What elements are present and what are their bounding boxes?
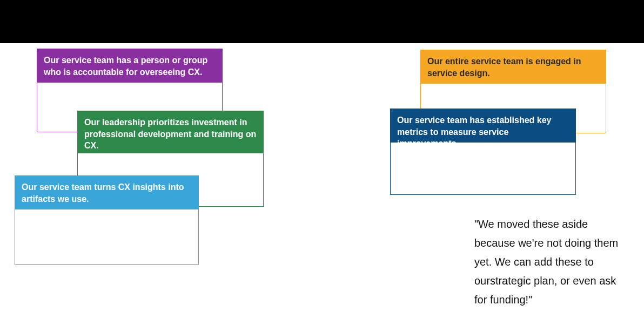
quote-text-span: "We moved these aside because we're not … bbox=[474, 218, 618, 306]
card-green-text: Our leadership prioritizes investment in… bbox=[84, 118, 256, 150]
card-orange-text: Our entire service team is engaged in se… bbox=[427, 57, 581, 78]
card-navy-text: Our service team has established key met… bbox=[397, 116, 551, 148]
quote-text: "We moved these aside because we're not … bbox=[474, 215, 631, 309]
card-lightblue[interactable]: Our service team turns CX insights into … bbox=[15, 175, 199, 265]
card-navy[interactable]: Our service team has established key met… bbox=[390, 109, 576, 195]
top-black-bar bbox=[0, 0, 644, 43]
card-purple-text: Our service team has a person or group w… bbox=[44, 56, 207, 77]
card-green-header: Our leadership prioritizes investment in… bbox=[78, 111, 263, 153]
card-lightblue-header: Our service team turns CX insights into … bbox=[15, 176, 198, 209]
card-purple-header: Our service team has a person or group w… bbox=[37, 49, 222, 83]
card-navy-header: Our service team has established key met… bbox=[391, 109, 575, 143]
card-lightblue-text: Our service team turns CX insights into … bbox=[22, 182, 184, 204]
card-orange-header: Our entire service team is engaged in se… bbox=[421, 50, 606, 84]
